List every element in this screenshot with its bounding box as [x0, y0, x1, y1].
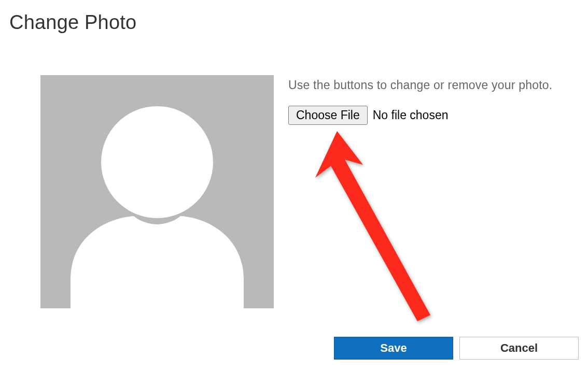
avatar-placeholder-icon — [40, 75, 274, 308]
page-title: Change Photo — [0, 0, 588, 34]
svg-point-0 — [101, 106, 213, 218]
choose-file-button[interactable]: Choose File — [288, 106, 368, 125]
cancel-button[interactable]: Cancel — [459, 337, 579, 360]
profile-photo-placeholder — [40, 75, 274, 308]
file-status-text: No file chosen — [373, 108, 449, 122]
save-button[interactable]: Save — [334, 337, 453, 360]
dialog-actions: Save Cancel — [334, 337, 579, 360]
content-area: Use the buttons to change or remove your… — [0, 34, 588, 308]
upload-controls: Use the buttons to change or remove your… — [288, 75, 588, 125]
file-input-row: Choose File No file chosen — [288, 106, 588, 125]
instruction-text: Use the buttons to change or remove your… — [288, 78, 588, 92]
